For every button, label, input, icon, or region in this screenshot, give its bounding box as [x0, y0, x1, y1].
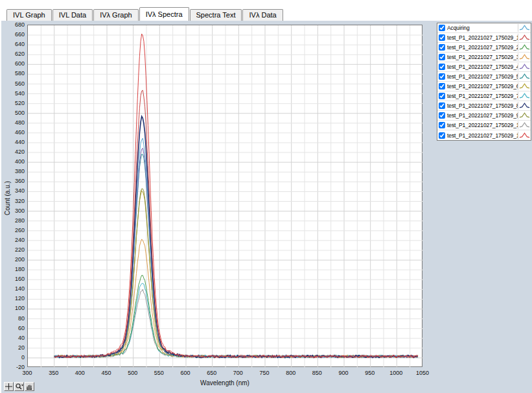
- y-tick-label: 500: [3, 110, 25, 116]
- x-tick-label: 550: [146, 370, 172, 376]
- x-tick-label: 1000: [383, 370, 409, 376]
- x-tick-label: 450: [93, 370, 119, 376]
- legend-item: test_P1_20221027_175029_5: [437, 72, 531, 82]
- trace-test-p1-20221027-175029-6: [54, 191, 418, 358]
- y-tick-label: 660: [3, 31, 25, 38]
- legend-label: test_P1_20221027_175029_4: [447, 64, 518, 70]
- legend-checkbox[interactable]: [439, 34, 445, 41]
- y-tick-label: 580: [3, 70, 25, 77]
- legend-line-glyph[interactable]: [518, 121, 530, 129]
- legend-line-glyph[interactable]: [518, 102, 530, 110]
- y-tick-label: 260: [3, 227, 25, 233]
- legend-checkbox[interactable]: [439, 93, 445, 99]
- y-tick-label: 160: [3, 276, 25, 282]
- legend-line-glyph[interactable]: [518, 53, 530, 61]
- spectra-chart: Count (a.u.) Wavelength (nm) 68066064062…: [1, 21, 432, 393]
- tab-ivl-data[interactable]: IVL Data: [52, 9, 93, 21]
- y-tick-label: 120: [3, 295, 25, 302]
- legend-label: test_P1_20221027_175029_2: [447, 44, 518, 51]
- legend-item: test_P1_20221027_175029_1: [437, 33, 531, 43]
- y-tick-label: 220: [3, 246, 25, 253]
- y-tick-label: 300: [3, 208, 25, 214]
- y-tick-label: 380: [3, 168, 25, 174]
- y-tick-label: 60: [3, 325, 25, 331]
- y-tick-label: 180: [3, 266, 25, 272]
- graph-palette: [4, 382, 34, 391]
- legend-line-glyph[interactable]: [518, 112, 530, 119]
- y-tick-label: 520: [3, 100, 25, 106]
- legend-item: test_P1_20221027_175029_7: [437, 91, 531, 101]
- legend-label: test_P1_20221027_175029_11: [447, 132, 518, 139]
- legend-checkbox[interactable]: [439, 54, 445, 60]
- trace-acquiring: [54, 138, 418, 357]
- legend-line-glyph[interactable]: [518, 43, 530, 51]
- tab-ivl-graph[interactable]: IVL Graph: [6, 9, 52, 21]
- y-tick-label: 0: [3, 354, 25, 361]
- y-tick-label: 620: [3, 51, 25, 57]
- legend-checkbox[interactable]: [439, 73, 445, 80]
- plot-area[interactable]: [27, 25, 422, 367]
- palette-zoom-button[interactable]: [14, 382, 24, 391]
- y-tick-label: 280: [3, 217, 25, 224]
- legend-label: test_P1_20221027_175029_1: [447, 34, 518, 41]
- legend-item: test_P1_20221027_175029_4: [437, 62, 531, 72]
- tab-spectra-text[interactable]: Spectra Text: [190, 9, 242, 21]
- y-tick-label: 560: [3, 80, 25, 87]
- legend-item: test_P1_20221027_175029_3: [437, 53, 531, 62]
- y-tick-label: 100: [3, 305, 25, 311]
- y-tick-label: 640: [3, 41, 25, 47]
- y-tick-label: 360: [3, 178, 25, 184]
- y-tick-label: 240: [3, 237, 25, 243]
- palette-pan-button[interactable]: [25, 382, 34, 391]
- legend-checkbox[interactable]: [439, 64, 445, 70]
- legend-checkbox[interactable]: [439, 44, 445, 51]
- x-tick-label: 400: [67, 370, 93, 376]
- legend-checkbox[interactable]: [439, 83, 445, 89]
- y-tick-label: 480: [3, 119, 25, 126]
- legend-line-glyph[interactable]: [518, 24, 530, 32]
- legend-item: test_P1_20221027_175029_11: [437, 130, 531, 140]
- trace-test-p1-20221027-175029-1: [54, 90, 418, 357]
- legend-label: test_P1_20221027_175029_5: [447, 73, 518, 80]
- trace-test-p1-20221027-175029-7: [54, 283, 418, 357]
- x-axis-title: Wavelength (nm): [27, 379, 422, 387]
- legend-checkbox[interactable]: [439, 102, 445, 109]
- tab-iv-graph[interactable]: IVλ Graph: [93, 9, 139, 21]
- pan-icon: [25, 383, 34, 390]
- tab-iv-data[interactable]: IVλ Data: [242, 9, 283, 21]
- y-tick-label: 140: [3, 285, 25, 292]
- x-tick-label: 1050: [410, 370, 435, 376]
- legend-item: test_P1_20221027_175029_2: [437, 43, 531, 53]
- plot-legend: Acquiringtest_P1_20221027_175029_1test_P…: [437, 23, 531, 141]
- legend-line-glyph[interactable]: [518, 82, 530, 90]
- x-tick-label: 950: [357, 370, 383, 376]
- legend-checkbox[interactable]: [439, 112, 445, 119]
- y-tick-label: 540: [3, 90, 25, 97]
- legend-line-glyph[interactable]: [518, 34, 530, 42]
- legend-line-glyph[interactable]: [518, 63, 530, 71]
- y-tick-label: 460: [3, 129, 25, 136]
- y-tick-label: 80: [3, 315, 25, 322]
- legend-line-glyph[interactable]: [518, 92, 530, 100]
- tab-bar: IVL GraphIVL DataIVλ GraphIVλ SpectraSpe…: [1, 0, 532, 21]
- legend-label: test_P1_20221027_175029_6: [447, 83, 518, 89]
- palette-crosshair-button[interactable]: [4, 382, 14, 391]
- legend-label: Acquiring: [447, 25, 518, 31]
- x-tick-label: 650: [199, 370, 225, 376]
- legend-label: test_P1_20221027_175029_8: [447, 102, 518, 109]
- tab-iv-spectra[interactable]: IVλ Spectra: [139, 7, 189, 21]
- crosshair-icon: [5, 383, 13, 390]
- y-tick-label: 400: [3, 158, 25, 165]
- legend-line-glyph[interactable]: [518, 132, 530, 139]
- plot-svg: [28, 25, 423, 368]
- legend-line-glyph[interactable]: [518, 73, 530, 80]
- x-tick-label: 600: [172, 370, 198, 376]
- legend-checkbox[interactable]: [439, 132, 445, 139]
- trace-test-p1-20221027-175029-4: [54, 149, 418, 358]
- y-tick-label: 440: [3, 139, 25, 145]
- y-tick-label: 200: [3, 256, 25, 263]
- legend-checkbox[interactable]: [439, 122, 445, 128]
- legend-checkbox[interactable]: [439, 25, 445, 31]
- x-tick-label: 350: [41, 370, 67, 376]
- y-tick-label: 40: [3, 335, 25, 341]
